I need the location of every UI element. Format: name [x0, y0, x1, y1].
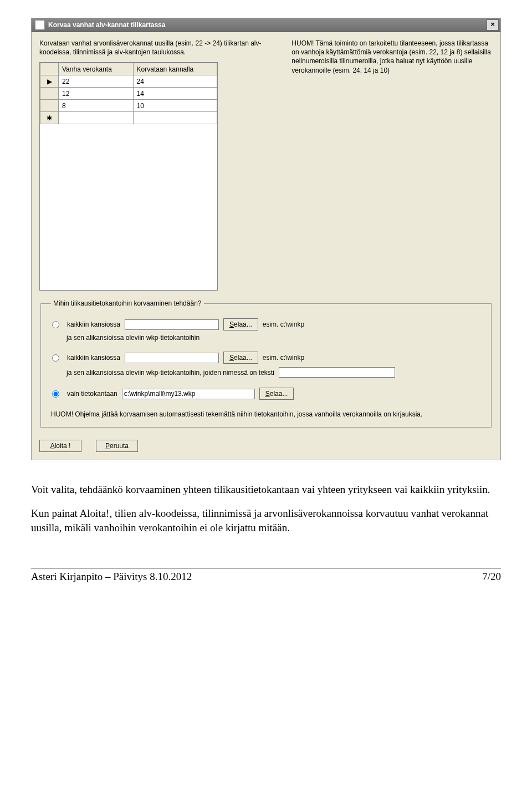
app-icon: [35, 20, 45, 30]
table-row[interactable]: ▶ 22 24: [40, 75, 217, 88]
radio-all-in-folder-1[interactable]: [52, 321, 59, 328]
example-hint: esim. c:\winkp: [263, 354, 304, 362]
cell-old[interactable]: [59, 112, 134, 124]
cell-new[interactable]: 10: [133, 100, 217, 112]
rate-mapping-grid[interactable]: Vanha verokanta Korvataan kannalla ▶ 22 …: [39, 62, 218, 291]
table-row[interactable]: 8 10: [40, 100, 217, 112]
name-filter-input[interactable]: [279, 367, 395, 378]
example-hint: esim. c:\winkp: [263, 321, 304, 328]
folder-path-input-1[interactable]: [125, 319, 219, 330]
table-row-new[interactable]: ✱: [40, 112, 217, 124]
dialog-window: Korvaa vanhat alv-kannat tilikartassa × …: [31, 18, 501, 460]
cell-old[interactable]: 8: [59, 100, 134, 112]
new-row-icon[interactable]: ✱: [40, 112, 59, 124]
dialog-client-area: Korvataan vanhat arvonlisäverokannat uus…: [32, 32, 500, 460]
browse-button-1[interactable]: Selaa...: [223, 318, 258, 331]
grid-corner: [40, 63, 59, 75]
radio-all-in-folder-2[interactable]: [52, 354, 59, 362]
target-fieldset: Mihin tilikausitietokantoihin korvaamine…: [40, 299, 492, 427]
cell-new[interactable]: [133, 112, 217, 124]
fieldset-legend: Mihin tilikausitietokantoihin korvaamine…: [51, 299, 204, 307]
title-bar: Korvaa vanhat alv-kannat tilikartassa ×: [32, 18, 500, 32]
database-path-input[interactable]: [122, 389, 255, 399]
radio-label: kaikkiin kansiossa: [67, 321, 120, 328]
page-footer: Asteri Kirjanpito – Päivitys 8.10.2012 7…: [31, 571, 501, 583]
row-selector[interactable]: [40, 100, 59, 112]
cell-old[interactable]: 22: [59, 75, 134, 88]
paragraph: Voit valita, tehdäänkö korvaaminen yhtee…: [31, 482, 501, 497]
description-left: Korvataan vanhat arvonlisäverokannat uus…: [39, 39, 275, 57]
option1-subtext: ja sen alikansioissa oleviin wkp-tietoka…: [66, 334, 481, 342]
option2-subtext: ja sen alikansioissa oleviin wkp-tietoka…: [66, 369, 274, 377]
document-body: Voit valita, tehdäänkö korvaaminen yhtee…: [31, 482, 501, 535]
cancel-button[interactable]: Peruuta: [96, 440, 138, 452]
folder-path-input-2[interactable]: [125, 353, 219, 363]
footer-rule: [31, 568, 501, 568]
close-button[interactable]: ×: [487, 19, 499, 30]
row-selector[interactable]: ▶: [40, 75, 59, 88]
paragraph: Kun painat Aloita!, tilien alv-koodeissa…: [31, 506, 501, 535]
grid-header-old: Vanha verokanta: [59, 63, 134, 75]
radio-label: vain tietokantaan: [67, 390, 117, 398]
window-title: Korvaa vanhat alv-kannat tilikartassa: [48, 21, 487, 29]
table-row[interactable]: 12 14: [40, 88, 217, 100]
grid-header-new: Korvataan kannalla: [133, 63, 217, 75]
radio-single-database[interactable]: [52, 390, 59, 398]
start-button[interactable]: Aloita !: [39, 440, 81, 452]
browse-button-3[interactable]: Selaa...: [259, 388, 294, 400]
cell-old[interactable]: 12: [59, 88, 134, 100]
fieldset-note: HUOM! Ohjelma jättää korvaamisen automaa…: [51, 410, 481, 419]
radio-label: kaikkiin kansiossa: [67, 354, 120, 362]
cell-new[interactable]: 14: [133, 88, 217, 100]
description-right: HUOM! Tämä toiminto on tarkoitettu tilan…: [291, 39, 493, 75]
row-selector[interactable]: [40, 88, 59, 100]
footer-right: 7/20: [482, 571, 501, 583]
cell-new[interactable]: 24: [133, 75, 217, 88]
browse-button-2[interactable]: Selaa...: [223, 352, 258, 364]
footer-left: Asteri Kirjanpito – Päivitys 8.10.2012: [31, 571, 192, 583]
